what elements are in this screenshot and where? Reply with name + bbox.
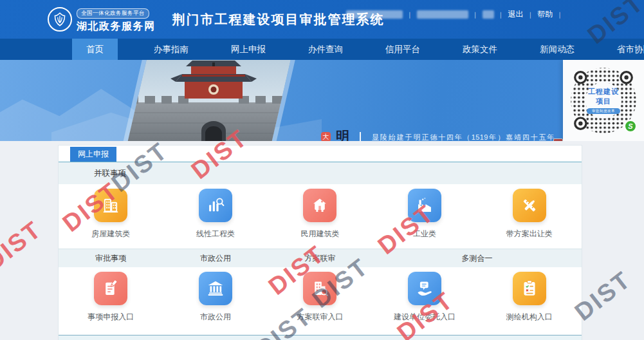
nav-item-guide[interactable]: 办事指南 [147, 39, 195, 60]
section-plan-joint-review: 方案联审 [268, 249, 373, 267]
user-links: ｜ ｜ ｜ 退出 ｜ 帮助 ｜ [346, 9, 567, 20]
entry-item-joint-review[interactable]: 方案联审入口 [268, 267, 373, 332]
qr-badge: 审批制度改革 [587, 108, 620, 114]
separator: ｜ [557, 10, 563, 19]
title-char: 明 [336, 129, 349, 141]
banner-description: 显陵始建于明正德十四年（1519年）嘉靖四十五年（1566年）建成，前后历时共4… [372, 131, 555, 141]
service-label: 带方案出让类 [506, 229, 553, 240]
redacted-user-info [483, 10, 494, 19]
service-label: 线性工程类 [196, 229, 235, 240]
clipboard-check-icon [513, 272, 546, 305]
buildings-icon [94, 189, 127, 222]
logout-link[interactable]: 退出 [508, 9, 523, 20]
services-card: 网上申报 并联事项 [58, 145, 582, 340]
next-section-band [59, 335, 582, 340]
logo-text: 全国一体化政务服务平台 湖北政务服务网 [77, 6, 156, 33]
section-parallel-items: 并联事项 [59, 162, 582, 184]
nav-item-online-declare[interactable]: 网上申报 [225, 39, 272, 60]
nav-item-credit-platform[interactable]: 信用平台 [379, 39, 427, 60]
redacted-user-info [346, 10, 403, 19]
wechat-logo-icon: S [624, 120, 637, 133]
gov-emblem-icon [48, 7, 72, 32]
section-approval-items: 审批事项 [59, 249, 163, 267]
service-label: 工业类 [413, 229, 436, 240]
parallel-items-row: 房屋建筑类 线性工程类 [59, 184, 582, 249]
nav-item-policy-files[interactable]: 政策文件 [456, 39, 504, 60]
carousel-banner[interactable]: 大 美 荆 门 明 显 陵 显陵始建于明正德十四年（1519年）嘉靖四十五年（1… [0, 60, 644, 141]
entry-label: 市政公用 [200, 312, 231, 323]
banner-slogan-vertical: 大 美 荆 门 [321, 132, 331, 141]
banner-title-vertical: 明 显 陵 [336, 129, 349, 141]
service-label: 房屋建筑类 [91, 229, 130, 240]
qr-title-line1: 工程建设 [584, 87, 623, 97]
qr-title-line2: 项目 [584, 97, 623, 106]
top-header: 全国一体化政务服务平台 湖北政务服务网 荆门市工程建设项目审批管理系统 ｜ ｜ … [0, 0, 644, 39]
entry-item-owner-delegate[interactable]: 建设单位委托入口 [373, 267, 477, 332]
vertical-divider [360, 132, 361, 141]
hand-shield-icon [408, 272, 441, 305]
service-housing-construction[interactable]: 房屋建筑类 [59, 184, 163, 249]
separator: ｜ [527, 10, 533, 19]
entry-item-declare[interactable]: 事项申报入口 [59, 267, 163, 332]
separator: ｜ [472, 10, 479, 19]
service-civil-building[interactable]: 民用建筑类 [268, 184, 373, 249]
document-edit-icon [94, 272, 127, 305]
qr-code: 工程建设 项目 审批制度改革 S [569, 66, 638, 135]
entry-item-municipal[interactable]: 市政公用 [163, 267, 268, 332]
banner-photo [122, 60, 295, 141]
slogan-char: 大 [321, 132, 331, 141]
tab-row: 网上申报 [59, 146, 582, 162]
section-municipal-public: 市政公用 [163, 249, 268, 267]
main-nav: 首页 办事指南 网上申报 办件查询 信用平台 政策文件 新闻动态 省市协同平台 [0, 39, 644, 60]
separator: ｜ [498, 10, 504, 19]
service-industrial[interactable]: 工业类 [373, 184, 477, 249]
gate-tower-illustration [125, 60, 296, 141]
entry-label: 事项申报入口 [87, 312, 134, 323]
site-name: 湖北政务服务网 [77, 20, 156, 33]
entry-items-row: 事项申报入口 市政公用 [59, 267, 582, 332]
tab-online-declare[interactable]: 网上申报 [70, 147, 116, 162]
page: 全国一体化政务服务平台 湖北政务服务网 荆门市工程建设项目审批管理系统 ｜ ｜ … [0, 0, 644, 340]
help-link[interactable]: 帮助 [537, 9, 553, 20]
service-label: 民用建筑类 [300, 229, 339, 240]
emblem-glyph-icon [51, 11, 68, 28]
main-content: 网上申报 并联事项 [0, 141, 644, 340]
entry-label: 测绘机构入口 [506, 312, 553, 323]
service-plan-transfer[interactable]: 带方案出让类 [477, 184, 582, 249]
section-headers-row: 审批事项 市政公用 方案联审 多测合一 [59, 249, 582, 267]
logo[interactable]: 全国一体化政务服务平台 湖北政务服务网 [48, 6, 156, 33]
factory-icon [408, 189, 441, 222]
nav-item-home[interactable]: 首页 [72, 39, 118, 60]
pencil-ruler-icon [513, 189, 546, 222]
nav-item-news[interactable]: 新闻动态 [533, 39, 581, 60]
qr-code-panel: 工程建设 项目 审批制度改革 S [563, 60, 644, 141]
entry-label: 建设单位委托入口 [394, 312, 455, 323]
chart-search-icon [199, 189, 232, 222]
section-multi-survey: 多测合一 [373, 249, 582, 267]
qr-center-label: 工程建设 项目 审批制度改革 [584, 87, 623, 114]
nav-item-province-city[interactable]: 省市协同平台 [611, 39, 644, 60]
entry-label: 方案联审入口 [297, 312, 343, 323]
bank-icon [199, 272, 232, 305]
nav-item-case-query[interactable]: 办件查询 [302, 39, 349, 60]
building-search-icon [303, 272, 336, 305]
service-linear-engineering[interactable]: 线性工程类 [163, 184, 268, 249]
separator: ｜ [407, 10, 413, 19]
redacted-user-info [417, 10, 468, 19]
house-icon [303, 189, 336, 222]
platform-badge: 全国一体化政务服务平台 [77, 8, 149, 19]
entry-item-survey-agency[interactable]: 测绘机构入口 [477, 267, 582, 332]
